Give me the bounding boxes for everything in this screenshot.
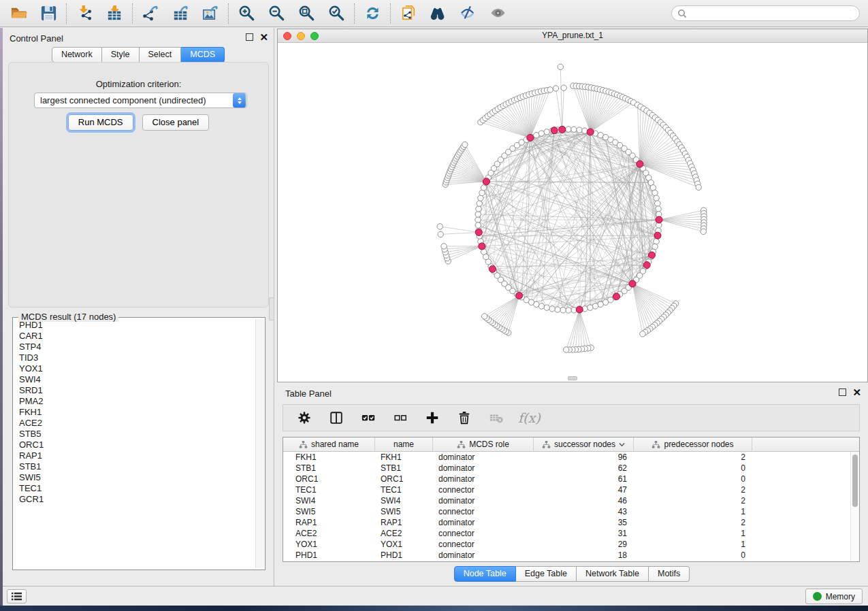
mcds-result-item[interactable]: YOX1 (19, 363, 255, 374)
search-field[interactable] (671, 5, 860, 21)
network-node[interactable] (701, 229, 706, 234)
network-node[interactable] (477, 201, 482, 206)
task-history-button[interactable] (7, 589, 27, 604)
network-node[interactable] (563, 347, 568, 352)
vertical-splitter-handle[interactable] (269, 297, 274, 320)
mcds-result-list[interactable]: PHD1CAR1STP4TID3YOX1SWI4SRD1PMA2FKH1ACE2… (14, 320, 255, 568)
network-window-titlebar[interactable]: YPA_prune.txt_1 (278, 29, 867, 43)
mcds-result-item[interactable]: STB5 (19, 429, 255, 440)
zoom-selected-icon[interactable] (326, 3, 347, 24)
add-icon[interactable] (422, 408, 443, 428)
tab-node-table[interactable]: Node Table (454, 566, 516, 582)
network-node[interactable] (547, 87, 553, 93)
tab-style[interactable]: Style (102, 47, 140, 63)
import-table-icon[interactable] (104, 3, 125, 24)
network-node[interactable] (549, 306, 555, 312)
network-node[interactable] (696, 184, 701, 190)
network-node[interactable] (544, 305, 549, 310)
table-row[interactable]: TEC1TEC1connector472 (283, 484, 859, 495)
table-row[interactable]: SWI5SWI5connector431 (283, 506, 859, 517)
mcds-result-item[interactable]: PMA2 (19, 396, 255, 407)
table-row[interactable]: RAP1RAP1dominator352 (283, 517, 859, 528)
mcds-hub-node[interactable] (559, 126, 566, 133)
network-node[interactable] (555, 307, 560, 312)
columns-icon[interactable] (326, 408, 347, 428)
search-input[interactable] (690, 9, 854, 18)
tab-network-table[interactable]: Network Table (577, 566, 649, 582)
mcds-hub-node[interactable] (613, 293, 620, 300)
mcds-result-item[interactable]: TID3 (19, 352, 255, 363)
tab-motifs[interactable]: Motifs (649, 566, 690, 582)
table-row[interactable]: ACE2ACE2connector311 (283, 528, 859, 539)
network-node[interactable] (553, 86, 558, 91)
mcds-result-item[interactable]: SRD1 (19, 385, 255, 396)
network-canvas[interactable] (278, 43, 867, 382)
network-node[interactable] (560, 308, 566, 313)
network-node[interactable] (437, 224, 443, 229)
mcds-result-item[interactable]: CAR1 (19, 331, 255, 342)
network-node[interactable] (654, 195, 659, 201)
window-minimize-icon[interactable] (297, 32, 305, 40)
network-node[interactable] (475, 212, 481, 217)
mcds-result-item[interactable]: PHD1 (19, 320, 255, 331)
table-row[interactable]: SWI4SWI4dominator462 (283, 495, 859, 506)
zoom-out-icon[interactable] (266, 3, 287, 24)
export-table-icon[interactable] (170, 3, 191, 24)
run-mcds-button[interactable]: Run MCDS (68, 114, 133, 131)
network-node[interactable] (566, 308, 571, 313)
refresh-icon[interactable] (362, 3, 383, 24)
mcds-result-item[interactable]: ACE2 (19, 418, 255, 429)
network-node[interactable] (462, 142, 468, 147)
mcds-hub-node[interactable] (516, 293, 523, 299)
import-network-icon[interactable] (74, 3, 95, 24)
mcds-result-item[interactable]: SWI4 (19, 374, 255, 385)
window-close-icon[interactable] (283, 32, 291, 40)
column-header-shared-name[interactable]: shared name (283, 437, 375, 451)
table-row[interactable]: ORC1ORC1dominator610 (283, 474, 859, 484)
table-row[interactable]: YOX1YOX1connector291 (283, 539, 859, 550)
mcds-hub-node[interactable] (551, 127, 558, 134)
column-header-successor-nodes[interactable]: successor nodes (534, 437, 634, 451)
mcds-result-item[interactable]: STP4 (19, 342, 255, 352)
mcds-hub-node[interactable] (648, 252, 655, 259)
mcds-hub-node[interactable] (654, 232, 661, 239)
function-builder-button[interactable]: f(x) (518, 410, 541, 425)
mcds-result-item[interactable]: ORC1 (19, 440, 255, 450)
find-icon[interactable] (428, 3, 449, 24)
memory-button[interactable]: Memory (805, 589, 863, 604)
network-node[interactable] (475, 222, 481, 228)
network-node[interactable] (438, 231, 443, 237)
select-all-icon[interactable] (358, 408, 379, 428)
close-panel-icon[interactable]: ✕ (259, 33, 268, 41)
mcds-hub-node[interactable] (576, 306, 583, 313)
network-node[interactable] (656, 206, 661, 212)
zoom-in-icon[interactable] (236, 3, 257, 24)
float-panel-icon[interactable] (246, 33, 253, 41)
export-image-icon[interactable] (200, 3, 221, 24)
show-all-icon[interactable] (488, 3, 509, 24)
column-header-MCDS-role[interactable]: MCDS role (433, 437, 534, 451)
mcds-list-scrollbar[interactable] (255, 319, 264, 568)
network-node[interactable] (592, 303, 598, 309)
optimization-criterion-select[interactable]: largest connected component (undirected) (34, 93, 247, 108)
network-node[interactable] (475, 217, 481, 222)
network-node[interactable] (481, 314, 487, 319)
close-table-panel-icon[interactable]: ✕ (852, 389, 861, 396)
mcds-hub-node[interactable] (656, 216, 662, 223)
save-session-icon[interactable] (38, 3, 59, 24)
mcds-hub-node[interactable] (489, 265, 496, 272)
network-node[interactable] (476, 206, 481, 212)
hide-selected-icon[interactable] (458, 3, 479, 24)
tab-edge-table[interactable]: Edge Table (516, 566, 577, 582)
mcds-hub-node[interactable] (479, 243, 485, 250)
tab-mcds[interactable]: MCDS (181, 47, 225, 63)
mcds-hub-node[interactable] (527, 134, 534, 141)
open-file-icon[interactable] (8, 3, 29, 24)
network-node[interactable] (566, 127, 571, 132)
network-node[interactable] (544, 129, 549, 135)
mcds-result-item[interactable]: GCR1 (19, 494, 255, 505)
deselect-all-icon[interactable] (390, 408, 411, 428)
settings-icon[interactable] (294, 408, 315, 428)
column-header-predecessor-nodes[interactable]: predecessor nodes (634, 437, 752, 451)
mcds-hub-node[interactable] (475, 229, 482, 236)
